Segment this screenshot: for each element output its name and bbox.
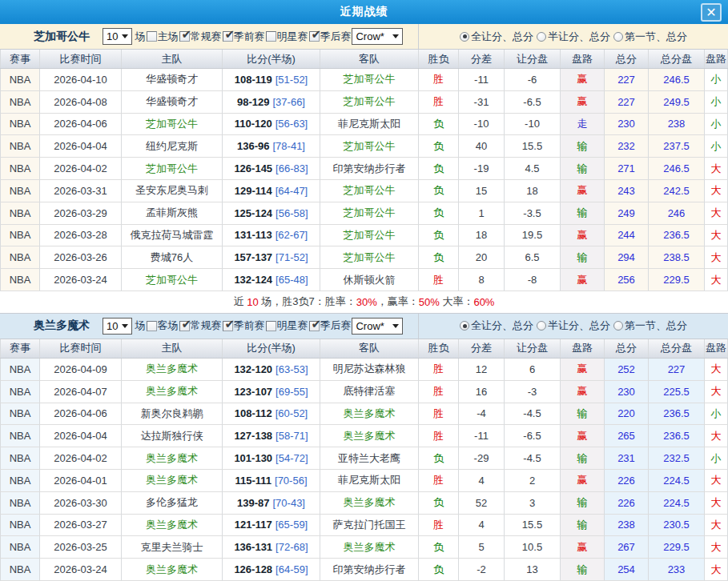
total-cell: 244 [605, 225, 649, 247]
handicap-result-cell: 输 [561, 515, 605, 537]
league-cell: NBA [0, 359, 40, 381]
ou-result-cell: 小 [705, 69, 728, 91]
radio-button[interactable] [613, 321, 623, 331]
date-cell: 2026-03-31 [40, 180, 122, 202]
total-line-cell: 229.5 [649, 269, 705, 291]
total-cell: 294 [605, 246, 649, 269]
radio-group: 全让分、总分半让分、总分第一节、总分 [419, 24, 728, 49]
ou-result-cell: 大 [705, 425, 728, 447]
total-cell: 227 [605, 91, 649, 114]
score-cell: 115-111[70-56] [223, 470, 320, 492]
score-cell: 126-145[66-83] [223, 158, 320, 180]
away-team-cell: 萨克拉门托国王 [320, 515, 419, 537]
radio-option[interactable]: 第一节、总分 [613, 30, 687, 44]
home-team-cell: 华盛顿奇才 [122, 91, 223, 114]
handicap-line-cell: -3.5 [505, 202, 561, 225]
column-header: 胜负 [419, 50, 459, 68]
filter-checkbox[interactable] [266, 31, 276, 42]
radio-button[interactable] [460, 321, 469, 331]
filter-label: 客场 [157, 319, 178, 333]
radio-button[interactable] [460, 32, 469, 42]
ou-result-cell: 大 [705, 269, 728, 291]
handicap-result-cell: 输 [561, 202, 605, 225]
diff-cell: -11 [459, 69, 505, 91]
filter-checkbox[interactable] [223, 31, 233, 42]
table-row: NBA2026-03-27奥兰多魔术121-117[65-59]萨克拉门托国王胜… [0, 515, 728, 537]
column-header: 盘路 [561, 50, 605, 68]
home-team-cell: 芝加哥公牛 [122, 269, 223, 291]
half-score: [54-72] [276, 452, 308, 464]
ou-result-cell: 大 [705, 202, 728, 225]
home-team-cell: 奥兰多魔术 [122, 470, 223, 492]
final-score: 132-124 [234, 274, 272, 286]
home-team-cell: 克里夫兰骑士 [122, 536, 223, 559]
games-label: 场 [135, 319, 145, 333]
league-cell: NBA [0, 114, 40, 136]
total-line-cell: 246 [649, 202, 705, 225]
radio-button[interactable] [613, 32, 623, 42]
radio-label: 第一节、总分 [625, 30, 687, 44]
away-team-cell: 菲尼克斯太阳 [320, 114, 419, 136]
handicap-line-cell: -8 [505, 269, 561, 291]
total-line-cell: 238 [649, 114, 705, 136]
total-line-cell: 227 [649, 359, 705, 381]
radio-option[interactable]: 第一节、总分 [613, 319, 687, 333]
radio-button[interactable] [537, 321, 546, 331]
date-cell: 2026-04-06 [40, 403, 122, 426]
column-header: 比赛时间 [40, 339, 122, 358]
score-cell: 108-112[60-52] [223, 403, 320, 426]
filter-checkbox[interactable] [147, 31, 157, 42]
filter-checkbox[interactable] [309, 321, 320, 331]
dropdown-arrow-icon [122, 324, 128, 328]
total-line-cell: 232.5 [649, 447, 705, 470]
diff-cell: 4 [459, 470, 505, 492]
radio-option[interactable]: 全让分、总分 [460, 319, 533, 333]
filter-checkbox[interactable] [179, 31, 190, 42]
league-cell: NBA [0, 381, 40, 403]
company-select[interactable]: Crow* [352, 28, 403, 45]
column-header: 比赛时间 [40, 50, 122, 68]
summary-text: 大率： [440, 295, 474, 309]
filter-checkbox[interactable] [179, 321, 190, 331]
games-count-select[interactable]: 10 [103, 28, 132, 45]
close-button[interactable]: ✕ [701, 3, 722, 22]
date-cell: 2026-03-30 [40, 492, 122, 515]
final-score: 131-113 [235, 229, 272, 241]
handicap-result-cell: 输 [561, 158, 605, 180]
date-cell: 2026-04-09 [40, 359, 122, 381]
home-team-cell: 奥兰多魔术 [122, 515, 223, 537]
table-row: NBA2026-03-26费城76人157-137[71-52]芝加哥公牛负20… [0, 246, 728, 269]
radio-button[interactable] [537, 32, 546, 42]
total-line-cell: 249.5 [649, 91, 705, 114]
ou-result-cell: 大 [705, 158, 728, 180]
radio-label: 半让分、总分 [548, 319, 610, 333]
radio-option[interactable]: 半让分、总分 [537, 30, 610, 44]
handicap-result-cell: 输 [561, 559, 605, 581]
handicap-result-cell: 输 [561, 403, 605, 426]
radio-option[interactable]: 半让分、总分 [537, 319, 610, 333]
filter-checkbox[interactable] [223, 321, 233, 331]
games-label: 场 [135, 30, 145, 44]
filter-checkbox[interactable] [309, 31, 320, 42]
final-score: 123-107 [234, 386, 272, 398]
filter-checkbox[interactable] [266, 321, 276, 331]
diff-cell: 15 [459, 180, 505, 202]
half-score: [51-52] [276, 74, 308, 86]
half-score: [56-63] [276, 118, 308, 130]
radio-option[interactable]: 全让分、总分 [460, 30, 533, 44]
filter-checkbox[interactable] [147, 321, 157, 331]
home-team-cell: 费城76人 [122, 246, 223, 269]
score-cell: 110-120[56-63] [223, 114, 320, 136]
total-cell: 256 [605, 269, 649, 291]
company-select[interactable]: Crow* [352, 318, 403, 335]
diff-cell: -11 [459, 425, 505, 447]
radio-label: 全让分、总分 [471, 319, 533, 333]
handicap-line-cell: 4.5 [505, 158, 561, 180]
handicap-line-cell: 6.5 [505, 246, 561, 269]
games-count-select[interactable]: 10 [103, 318, 132, 335]
half-score: [64-47] [276, 185, 308, 197]
column-header: 主队 [122, 50, 223, 68]
date-cell: 2026-04-02 [40, 447, 122, 470]
result-cell: 负 [419, 536, 459, 559]
league-cell: NBA [0, 158, 40, 180]
